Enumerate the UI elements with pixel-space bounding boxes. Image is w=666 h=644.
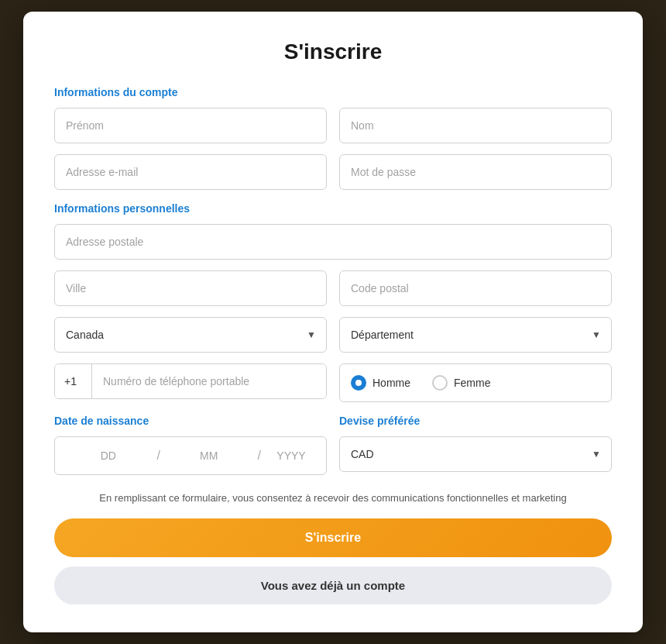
department-group: Département ▼ — [339, 317, 612, 353]
department-select[interactable]: Département — [339, 317, 612, 353]
address-row — [54, 224, 612, 260]
account-section-label: Informations du compte — [54, 86, 612, 98]
currency-label: Devise préférée — [339, 415, 612, 427]
account-section: Informations du compte — [54, 86, 612, 190]
registration-modal: S'inscrire Informations du compte Inform… — [23, 12, 643, 632]
currency-select-wrapper: CAD EUR USD CHF ▼ — [339, 436, 612, 472]
personal-section: Informations personnelles Canada France — [54, 202, 612, 402]
gender-radio-group: Homme Femme — [339, 363, 612, 402]
date-yyyy-input[interactable] — [264, 439, 318, 473]
date-mm-input[interactable] — [163, 439, 255, 473]
address-input[interactable] — [54, 224, 612, 260]
password-input[interactable] — [339, 154, 612, 190]
birthdate-label: Date de naissance — [54, 415, 327, 427]
country-select-wrapper: Canada France Belgique Suisse ▼ — [54, 317, 327, 353]
country-group: Canada France Belgique Suisse ▼ — [54, 317, 327, 353]
email-input[interactable] — [54, 154, 327, 190]
phone-prefix: +1 — [55, 364, 92, 398]
consent-text: En remplissant ce formulaire, vous conse… — [54, 491, 612, 506]
email-group — [54, 154, 327, 190]
gender-male-circle — [351, 375, 366, 391]
gender-male-text: Homme — [372, 377, 410, 389]
password-group — [339, 154, 612, 190]
city-zip-row — [54, 270, 612, 306]
date-section: Date de naissance / / — [54, 415, 327, 475]
gender-group: Homme Femme — [339, 363, 612, 402]
phone-group: +1 — [54, 363, 327, 402]
firstname-input[interactable] — [54, 108, 327, 143]
zipcode-group — [339, 270, 612, 306]
firstname-group — [54, 108, 327, 143]
lastname-group — [339, 108, 612, 143]
phone-input[interactable] — [92, 364, 326, 398]
address-group — [54, 224, 612, 260]
date-row: / / — [54, 436, 327, 475]
phone-wrapper: +1 — [54, 363, 327, 399]
city-input[interactable] — [54, 270, 327, 306]
gender-female-text: Femme — [454, 377, 490, 389]
department-select-wrapper: Département ▼ — [339, 317, 612, 353]
gender-male-label[interactable]: Homme — [351, 375, 410, 391]
register-button[interactable]: S'inscrire — [54, 518, 612, 557]
bottom-section: Date de naissance / / Devise préférée CA… — [54, 415, 612, 475]
zipcode-input[interactable] — [339, 270, 612, 306]
name-row — [54, 108, 612, 143]
country-select[interactable]: Canada France Belgique Suisse — [54, 317, 327, 353]
date-sep-1: / — [154, 449, 163, 463]
city-group — [54, 270, 327, 306]
gender-female-label[interactable]: Femme — [432, 375, 490, 391]
lastname-input[interactable] — [339, 108, 612, 143]
login-button[interactable]: Vous avez déjà un compte — [54, 567, 612, 604]
currency-select[interactable]: CAD EUR USD CHF — [339, 436, 612, 472]
personal-section-label: Informations personnelles — [54, 202, 612, 215]
credentials-row — [54, 154, 612, 190]
date-dd-input[interactable] — [63, 439, 154, 473]
country-dept-row: Canada France Belgique Suisse ▼ Départem… — [54, 317, 612, 353]
currency-section: Devise préférée CAD EUR USD CHF ▼ — [339, 415, 612, 475]
gender-female-circle — [432, 375, 448, 391]
date-sep-2: / — [255, 449, 264, 463]
modal-title: S'inscrire — [54, 40, 612, 64]
phone-gender-row: +1 Homme Femme — [54, 363, 612, 402]
